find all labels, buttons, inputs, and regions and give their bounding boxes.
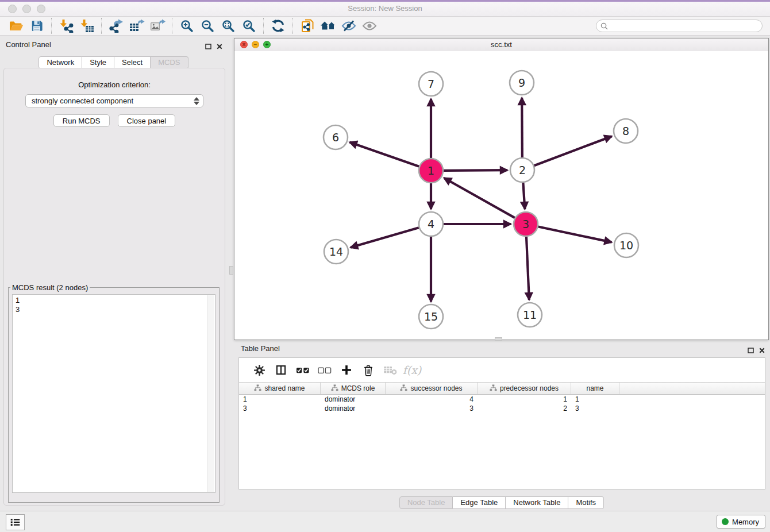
svg-text:7: 7 bbox=[428, 78, 434, 90]
zoom-selected-icon[interactable] bbox=[238, 18, 259, 34]
tab-mcds[interactable]: MCDS bbox=[151, 56, 188, 69]
memory-button[interactable]: Memory bbox=[717, 515, 765, 529]
table-cell[interactable]: 3 bbox=[239, 404, 321, 413]
table-cell[interactable]: 1 bbox=[478, 395, 571, 404]
zoom-out-icon[interactable] bbox=[197, 18, 218, 34]
table-cell[interactable]: dominator bbox=[321, 404, 386, 413]
result-scrollbar[interactable] bbox=[207, 295, 214, 492]
mcds-result-area[interactable]: 13 bbox=[12, 294, 215, 493]
network-window-close-icon[interactable]: × bbox=[240, 41, 248, 48]
column-header-mcds-role[interactable]: MCDS role bbox=[321, 383, 386, 394]
tab-network[interactable]: Network bbox=[38, 56, 82, 69]
panel-splitter-handle[interactable] bbox=[229, 266, 233, 275]
table-cell[interactable]: 3 bbox=[571, 404, 619, 413]
graph-edge-2-3[interactable] bbox=[523, 183, 525, 209]
graph-edge-1-2[interactable] bbox=[444, 170, 507, 171]
graph-node-1[interactable]: 1 bbox=[419, 159, 443, 183]
select-all-checks-icon[interactable] bbox=[292, 361, 314, 379]
export-network-icon[interactable] bbox=[106, 18, 126, 34]
import-network-icon[interactable] bbox=[56, 18, 76, 34]
column-header-predecessor-nodes[interactable]: predecessor nodes bbox=[478, 383, 571, 394]
column-header-name[interactable]: name bbox=[571, 383, 619, 394]
toolbar-separator bbox=[101, 18, 102, 34]
graph-edge-2-9[interactable] bbox=[522, 98, 522, 157]
add-row-icon[interactable] bbox=[336, 361, 357, 379]
graph-node-8[interactable]: 8 bbox=[614, 119, 638, 143]
column-header-label: name bbox=[586, 384, 603, 392]
window-minimize-button[interactable] bbox=[22, 5, 31, 13]
duplicate-network-icon[interactable] bbox=[297, 18, 318, 34]
table-cell[interactable]: 3 bbox=[386, 404, 478, 413]
tab-edge-table[interactable]: Edge Table bbox=[453, 496, 506, 509]
window-close-button[interactable] bbox=[8, 5, 17, 13]
graph-edge-2-8[interactable] bbox=[534, 136, 612, 165]
close-panel-icon[interactable] bbox=[217, 41, 222, 52]
tab-motifs[interactable]: Motifs bbox=[568, 496, 604, 509]
network-window-minimize-icon[interactable]: − bbox=[252, 41, 259, 48]
delete-row-icon[interactable] bbox=[357, 361, 379, 379]
table-panel: Table Panel f(x) shared nameMCDS rolesuc… bbox=[234, 342, 769, 510]
table-header-row: shared nameMCDS rolesuccessor nodesprede… bbox=[239, 382, 765, 395]
graph-node-2[interactable]: 2 bbox=[510, 158, 534, 182]
table-cell[interactable]: 4 bbox=[386, 395, 478, 404]
graph-edge-3-11[interactable] bbox=[526, 237, 529, 300]
network-canvas[interactable]: 7968124314101511 bbox=[234, 51, 768, 340]
float-panel-icon[interactable] bbox=[748, 345, 754, 356]
columns-icon[interactable] bbox=[270, 361, 292, 379]
zoom-in-icon[interactable] bbox=[176, 18, 197, 34]
graph-node-9[interactable]: 9 bbox=[510, 71, 534, 95]
float-panel-icon[interactable] bbox=[205, 41, 211, 52]
graph-node-10[interactable]: 10 bbox=[614, 233, 638, 257]
column-header-successor-nodes[interactable]: successor nodes bbox=[386, 383, 478, 394]
close-panel-icon[interactable] bbox=[759, 345, 765, 356]
graph-node-15[interactable]: 15 bbox=[419, 304, 443, 329]
column-header-shared-name[interactable]: shared name bbox=[239, 383, 321, 394]
graph-node-3[interactable]: 3 bbox=[514, 212, 538, 236]
optimization-criterion-value: strongly connected component bbox=[32, 97, 133, 105]
show-panel-icon[interactable] bbox=[359, 18, 380, 34]
svg-text:9: 9 bbox=[518, 76, 525, 89]
search-input[interactable] bbox=[596, 20, 763, 32]
tab-style[interactable]: Style bbox=[82, 56, 114, 69]
optimization-criterion-select[interactable]: strongly connected component bbox=[25, 94, 203, 107]
svg-text:6: 6 bbox=[332, 131, 339, 144]
table-cell[interactable]: 2 bbox=[478, 404, 571, 413]
home-icon[interactable] bbox=[318, 18, 338, 34]
tab-select[interactable]: Select bbox=[114, 56, 151, 69]
apply-layout-icon[interactable] bbox=[268, 18, 288, 34]
svg-text:3: 3 bbox=[522, 218, 529, 230]
graph-edge-3-1[interactable] bbox=[444, 178, 515, 218]
window-zoom-button[interactable] bbox=[37, 5, 45, 13]
table-cell[interactable]: 1 bbox=[571, 395, 619, 404]
unselect-checks-icon[interactable] bbox=[314, 361, 336, 379]
export-image-icon[interactable] bbox=[147, 18, 168, 34]
hide-panel-icon[interactable] bbox=[338, 18, 359, 34]
graph-node-11[interactable]: 11 bbox=[518, 303, 542, 327]
task-history-button[interactable] bbox=[6, 514, 25, 530]
gear-icon[interactable] bbox=[248, 361, 270, 379]
tab-node-table[interactable]: Node Table bbox=[399, 496, 453, 509]
network-window-maximize-icon[interactable]: + bbox=[263, 41, 271, 48]
run-mcds-button[interactable]: Run MCDS bbox=[53, 114, 110, 127]
close-panel-button[interactable]: Close panel bbox=[118, 114, 176, 127]
open-file-icon[interactable] bbox=[6, 18, 26, 34]
graph-node-14[interactable]: 14 bbox=[324, 240, 348, 264]
tab-network-table[interactable]: Network Table bbox=[506, 496, 568, 509]
memory-status-icon bbox=[722, 518, 729, 525]
graph-edge-3-10[interactable] bbox=[538, 227, 612, 242]
save-session-icon[interactable] bbox=[26, 18, 47, 34]
graph-edge-4-14[interactable] bbox=[351, 228, 419, 248]
panel-splitter-handle[interactable] bbox=[495, 337, 502, 341]
graph-node-6[interactable]: 6 bbox=[324, 125, 348, 149]
column-header-label: predecessor nodes bbox=[500, 384, 559, 392]
table-cell[interactable]: 1 bbox=[239, 395, 321, 404]
import-table-icon[interactable] bbox=[76, 18, 97, 34]
graph-node-7[interactable]: 7 bbox=[419, 72, 443, 96]
graph-node-4[interactable]: 4 bbox=[419, 212, 443, 236]
toolbar-separator bbox=[263, 18, 264, 34]
graph-edge-1-6[interactable] bbox=[350, 142, 419, 167]
export-table-icon[interactable] bbox=[126, 18, 147, 34]
column-type-icon bbox=[490, 384, 497, 393]
table-cell[interactable]: dominator bbox=[321, 395, 386, 404]
zoom-fit-icon[interactable] bbox=[218, 18, 238, 34]
